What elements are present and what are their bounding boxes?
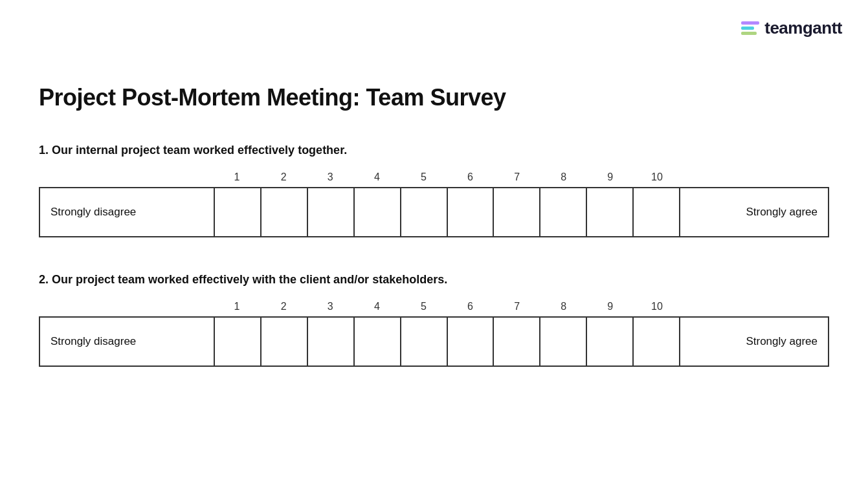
question-label-2: 2. Our project team worked effectively w… (39, 273, 829, 287)
scale-cell-1-10[interactable] (634, 188, 679, 236)
scale-label-right-1: Strongly agree (679, 188, 828, 236)
scale-number-6: 6 (447, 171, 493, 183)
scale-cell-2-2[interactable] (262, 318, 308, 366)
scale-cell-2-4[interactable] (355, 318, 401, 366)
logo-icon (741, 21, 759, 35)
scale-cell-1-6[interactable] (448, 188, 495, 236)
scale-cell-1-8[interactable] (540, 188, 587, 236)
scale-number-7: 7 (494, 171, 540, 183)
logo-bar-1 (741, 21, 759, 25)
scale-cell-1-5[interactable] (401, 188, 448, 236)
scale-cell-2-9[interactable] (587, 318, 634, 366)
scale-number-3: 3 (307, 301, 353, 312)
scale-number-9: 9 (587, 171, 634, 183)
scale-cell-2-8[interactable] (540, 318, 587, 366)
scale-number-4: 4 (353, 301, 400, 312)
question-label-1: 1. Our internal project team worked effe… (39, 144, 829, 157)
scale-cell-1-3[interactable] (308, 188, 355, 236)
page-title: Project Post-Mortem Meeting: Team Survey (39, 84, 829, 111)
scale-numbers-1: 12345678910 (214, 171, 680, 183)
scale-cell-1-1[interactable] (215, 188, 262, 236)
scale-label-left-2: Strongly disagree (40, 318, 215, 366)
question-block-1: 1. Our internal project team worked effe… (39, 144, 829, 237)
scale-row-2: Strongly disagreeStrongly agree (39, 316, 829, 367)
scale-cell-2-1[interactable] (215, 318, 262, 366)
scale-number-4: 4 (353, 171, 400, 183)
scale-label-left-1: Strongly disagree (40, 188, 215, 236)
scale-cell-2-10[interactable] (634, 318, 679, 366)
scale-number-10: 10 (634, 301, 680, 312)
scale-label-right-2: Strongly agree (679, 318, 828, 366)
scale-number-3: 3 (307, 171, 353, 183)
scale-number-5: 5 (400, 171, 447, 183)
scale-cell-1-9[interactable] (587, 188, 634, 236)
scale-numbers-2: 12345678910 (214, 301, 680, 312)
scale-number-8: 8 (540, 301, 587, 312)
scale-number-8: 8 (540, 171, 587, 183)
question-block-2: 2. Our project team worked effectively w… (39, 273, 829, 367)
scale-cell-1-7[interactable] (494, 188, 540, 236)
scale-number-2: 2 (260, 171, 307, 183)
scale-number-1: 1 (214, 301, 260, 312)
scale-number-6: 6 (447, 301, 493, 312)
scale-cells-2 (215, 318, 679, 366)
scale-number-1: 1 (214, 171, 260, 183)
scale-number-7: 7 (494, 301, 540, 312)
logo-bar-3 (741, 32, 757, 35)
scale-cell-2-6[interactable] (448, 318, 495, 366)
logo-bar-2 (741, 27, 754, 30)
scale-cell-2-5[interactable] (401, 318, 448, 366)
scale-cell-1-4[interactable] (355, 188, 401, 236)
scale-number-5: 5 (400, 301, 447, 312)
scale-cell-2-3[interactable] (308, 318, 355, 366)
scale-number-2: 2 (260, 301, 307, 312)
logo: teamgantt (741, 18, 842, 38)
scale-number-10: 10 (634, 171, 680, 183)
scale-row-1: Strongly disagreeStrongly agree (39, 187, 829, 237)
scale-cells-1 (215, 188, 679, 236)
scale-number-9: 9 (587, 301, 634, 312)
scale-cell-2-7[interactable] (494, 318, 540, 366)
questions-container: 1. Our internal project team worked effe… (39, 144, 829, 367)
scale-cell-1-2[interactable] (262, 188, 308, 236)
page-content: Project Post-Mortem Meeting: Team Survey… (0, 0, 868, 441)
logo-text: teamgantt (764, 18, 842, 38)
